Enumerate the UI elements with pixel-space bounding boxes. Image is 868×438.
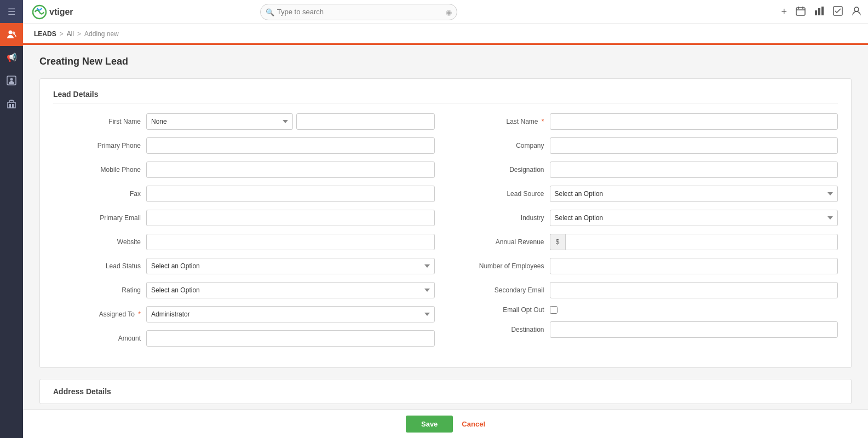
destination-row: Destination [457, 321, 838, 338]
lead-source-row: Lead Source Select an Option [457, 186, 838, 202]
cancel-button[interactable]: Cancel [462, 420, 485, 428]
secondary-email-row: Secondary Email [457, 282, 838, 298]
primary-email-input[interactable] [146, 210, 435, 226]
calendar-icon[interactable] [796, 6, 806, 18]
first-name-label: First Name [53, 118, 141, 125]
breadcrumb: LEADS > All > Adding new [23, 24, 868, 45]
add-icon[interactable]: + [781, 6, 787, 18]
bottom-action-bar: Save Cancel [23, 410, 868, 438]
lead-source-select[interactable]: Select an Option [550, 186, 838, 202]
fax-row: Fax [53, 186, 435, 202]
sidebar-item-leads[interactable] [0, 23, 23, 46]
save-button[interactable]: Save [406, 416, 453, 433]
menu-icon: ☰ [8, 7, 15, 17]
logo[interactable]: vtiger [30, 4, 95, 20]
assigned-to-row: Assigned To * Administrator [53, 306, 435, 322]
section-title-lead-details: Lead Details [53, 90, 838, 103]
last-name-row: Last Name * [457, 113, 838, 130]
annual-revenue-group: $ [550, 234, 838, 250]
website-row: Website [53, 234, 435, 250]
industry-label: Industry [457, 214, 544, 222]
search-clear-icon[interactable]: ◉ [446, 8, 452, 16]
first-name-input[interactable] [296, 113, 434, 130]
left-column: First Name None Mr. Mrs. Ms. Dr. Prof. [53, 113, 435, 354]
topbar-actions: + [781, 6, 861, 18]
breadcrumb-sep1: > [60, 30, 64, 38]
form-grid: First Name None Mr. Mrs. Ms. Dr. Prof. [53, 113, 838, 354]
svg-rect-4 [8, 102, 15, 108]
mobile-phone-input[interactable] [146, 162, 435, 178]
secondary-email-label: Secondary Email [457, 286, 544, 294]
secondary-email-input[interactable] [550, 282, 838, 298]
designation-label: Designation [457, 166, 544, 174]
svg-rect-15 [818, 8, 820, 15]
mobile-phone-label: Mobile Phone [53, 166, 141, 174]
last-name-required: * [542, 118, 544, 125]
section-title-address: Address Details [53, 387, 838, 396]
industry-row: Industry Select an Option [457, 210, 838, 226]
fax-input[interactable] [146, 186, 435, 202]
assigned-to-select[interactable]: Administrator [146, 306, 435, 322]
email-opt-out-row: Email Opt Out [457, 306, 838, 314]
rating-row: Rating Select an Option [53, 282, 435, 298]
sidebar-item-announcements[interactable]: 📢 [0, 46, 23, 69]
sidebar-menu-icon[interactable]: ☰ [0, 0, 23, 23]
annual-revenue-prefix: $ [550, 234, 565, 250]
svg-rect-6 [12, 104, 14, 108]
lead-details-section: Lead Details First Name None Mr. Mrs. Ms… [39, 78, 852, 368]
number-employees-row: Number of Employees [457, 258, 838, 274]
search-icon: 🔍 [266, 8, 274, 16]
search-input[interactable] [260, 4, 457, 20]
designation-input[interactable] [550, 162, 838, 178]
svg-rect-10 [796, 8, 805, 15]
website-input[interactable] [146, 234, 435, 250]
primary-phone-input[interactable] [146, 137, 435, 154]
annual-revenue-row: Annual Revenue $ [457, 234, 838, 250]
company-row: Company [457, 137, 838, 154]
email-opt-out-checkbox[interactable] [550, 306, 557, 314]
first-name-row: First Name None Mr. Mrs. Ms. Dr. Prof. [53, 113, 435, 130]
destination-input[interactable] [550, 321, 838, 338]
rating-label: Rating [53, 286, 141, 294]
email-opt-out-label: Email Opt Out [457, 306, 544, 314]
assigned-to-required: * [138, 310, 141, 318]
primary-phone-row: Primary Phone [53, 137, 435, 154]
leads-icon [6, 29, 17, 40]
chart-icon[interactable] [814, 6, 824, 18]
number-employees-input[interactable] [550, 258, 838, 274]
company-label: Company [457, 142, 544, 149]
company-input[interactable] [550, 137, 838, 154]
amount-label: Amount [53, 335, 141, 342]
svg-point-1 [13, 32, 15, 34]
designation-row: Designation [457, 162, 838, 178]
vtiger-logo: vtiger [30, 4, 95, 20]
main-area: vtiger 🔍 ◉ + LEADS > All [23, 0, 868, 438]
amount-input[interactable] [146, 330, 435, 347]
lead-source-label: Lead Source [457, 190, 544, 198]
lead-status-select[interactable]: Select an Option [146, 258, 435, 274]
address-details-section: Address Details [39, 379, 852, 404]
breadcrumb-sep2: > [77, 30, 81, 38]
last-name-input[interactable] [550, 113, 838, 130]
number-employees-label: Number of Employees [457, 262, 544, 270]
sidebar-item-contacts[interactable] [0, 69, 23, 92]
destination-label: Destination [457, 326, 544, 333]
svg-rect-5 [9, 104, 11, 108]
user-profile-icon[interactable] [852, 6, 861, 18]
tasks-icon[interactable] [833, 6, 843, 18]
first-name-title-select[interactable]: None Mr. Mrs. Ms. Dr. Prof. [146, 113, 293, 130]
sidebar-item-organizations[interactable] [0, 92, 23, 115]
name-input-group: None Mr. Mrs. Ms. Dr. Prof. [146, 113, 435, 130]
topbar: vtiger 🔍 ◉ + [23, 0, 868, 24]
svg-rect-14 [815, 10, 817, 15]
sidebar: ☰ 📢 [0, 0, 23, 438]
annual-revenue-input[interactable] [565, 234, 838, 250]
content-area: Creating New Lead Lead Details First Nam… [23, 45, 868, 438]
rating-select[interactable]: Select an Option [146, 282, 435, 298]
breadcrumb-all[interactable]: All [67, 30, 74, 38]
svg-point-0 [9, 31, 13, 34]
lead-status-row: Lead Status Select an Option [53, 258, 435, 274]
primary-email-row: Primary Email [53, 210, 435, 226]
industry-select[interactable]: Select an Option [550, 210, 838, 226]
amount-row: Amount [53, 330, 435, 347]
